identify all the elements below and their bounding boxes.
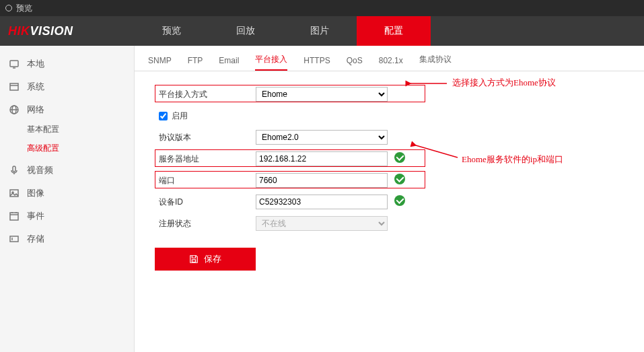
select-protocol-version[interactable]: Ehome2.0	[256, 130, 388, 145]
label-enable: 启用	[172, 110, 188, 122]
checkbox-enable[interactable]	[159, 112, 168, 120]
sidebar-item-av[interactable]: 视音频	[0, 160, 134, 180]
select-access-method[interactable]: Ehome	[256, 87, 388, 102]
storage-icon	[9, 234, 22, 244]
svg-rect-2	[10, 83, 18, 90]
app-icon	[5, 5, 12, 11]
nav-picture[interactable]: 图片	[283, 16, 357, 46]
input-server-addr[interactable]	[256, 151, 388, 166]
header: HIKVISION 预览回放图片配置	[0, 16, 644, 46]
monitor-icon	[9, 59, 22, 69]
logo: HIKVISION	[0, 16, 135, 46]
check-icon	[394, 195, 405, 206]
label-port: 端口	[155, 175, 256, 186]
tab-qos[interactable]: QoS	[347, 56, 363, 71]
annotation-arrow-2	[412, 143, 459, 164]
platform-access-form: 平台接入方式 Ehome 启用 协议版本 Ehom	[135, 71, 644, 234]
svg-rect-0	[10, 61, 18, 67]
mic-icon	[9, 166, 22, 175]
sub-tabs: SNMPFTPEmail平台接入HTTPSQoS802.1x集成协议	[135, 51, 644, 71]
row-enable: 启用	[155, 105, 585, 127]
label-protocol-version: 协议版本	[155, 132, 256, 143]
nav-playback[interactable]: 回放	[209, 16, 283, 46]
svg-rect-14	[10, 236, 18, 242]
check-icon	[394, 152, 405, 163]
row-reg-status: 注册状态 不在线	[155, 213, 585, 234]
window-title: 预览	[16, 3, 32, 14]
save-icon	[189, 254, 199, 264]
tab--[interactable]: 平台接入	[255, 54, 287, 71]
tab-snmp[interactable]: SNMP	[148, 56, 172, 71]
select-reg-status: 不在线	[256, 216, 388, 231]
sidebar-item-storage[interactable]: 存储	[0, 229, 134, 249]
sidebar-item-network[interactable]: 网络	[0, 100, 134, 120]
calendar-icon	[9, 211, 22, 221]
nav-preview[interactable]: 预览	[135, 16, 209, 46]
label-device-id: 设备ID	[155, 197, 256, 208]
svg-line-17	[416, 145, 458, 157]
tab-https[interactable]: HTTPS	[303, 56, 330, 71]
check-icon	[394, 174, 405, 184]
annotation-arrow-1	[408, 79, 448, 90]
svg-rect-10	[10, 213, 18, 220]
window-titlebar: 预览	[0, 0, 644, 16]
picture-icon	[9, 188, 22, 198]
nav-config[interactable]: 配置	[357, 16, 431, 46]
input-device-id[interactable]	[256, 195, 388, 209]
row-protocol-version: 协议版本 Ehome2.0	[155, 127, 585, 148]
svg-rect-8	[10, 190, 18, 197]
sidebar-item-advanced[interactable]: 高级配置	[0, 139, 134, 157]
label-reg-status: 注册状态	[155, 218, 256, 230]
tab-email[interactable]: Email	[219, 56, 239, 71]
input-port[interactable]	[256, 173, 388, 188]
sidebar-item-local[interactable]: 本地	[0, 54, 134, 74]
svg-rect-7	[13, 166, 15, 172]
label-access-method: 平台接入方式	[155, 89, 256, 100]
tab-ftp[interactable]: FTP	[188, 56, 203, 71]
globe-icon	[9, 105, 22, 114]
row-device-id: 设备ID	[155, 191, 585, 213]
tab--[interactable]: 集成协议	[419, 54, 452, 71]
sidebar-item-basic[interactable]: 基本配置	[0, 120, 134, 139]
sidebar-item-event[interactable]: 事件	[0, 206, 134, 226]
tab-802-1x[interactable]: 802.1x	[379, 56, 403, 71]
window-icon	[9, 82, 22, 92]
main-nav: 预览回放图片配置	[135, 16, 644, 46]
annotation-text-2: Ehome服务软件的ip和端口	[462, 153, 563, 166]
sidebar-item-system[interactable]: 系统	[0, 77, 134, 97]
label-server-addr: 服务器地址	[155, 153, 256, 165]
sidebar-item-image[interactable]: 图像	[0, 183, 134, 203]
annotation-text-1: 选择接入方式为Ehome协议	[452, 77, 556, 89]
save-button[interactable]: 保存	[155, 248, 256, 271]
sidebar: 本地系统网络基本配置高级配置视音频图像事件存储	[0, 46, 135, 352]
row-port: 端口	[155, 170, 585, 191]
content-area: SNMPFTPEmail平台接入HTTPSQoS802.1x集成协议 平台接入方…	[135, 46, 644, 352]
